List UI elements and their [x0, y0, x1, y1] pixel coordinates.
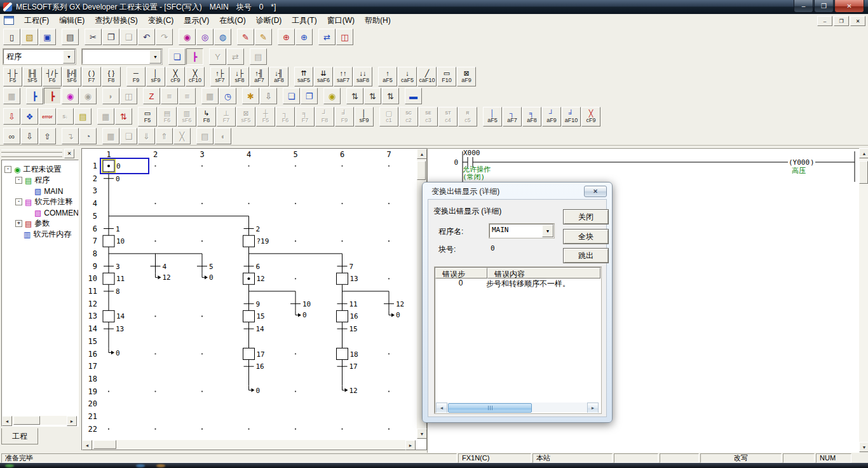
- scroll-down-icon[interactable]: ▼: [417, 429, 427, 439]
- draw-diagonal-button[interactable]: ╱caF10: [417, 67, 437, 86]
- cut-button[interactable]: ✂: [85, 29, 102, 45]
- sfc-row-sort-button[interactable]: ⇅: [115, 108, 132, 125]
- collapse-icon[interactable]: -: [15, 198, 22, 205]
- panel-grip[interactable]: [1, 149, 62, 157]
- mdi-restore-button[interactable]: ❐: [834, 16, 849, 26]
- sfc-step-12[interactable]: 12: [243, 273, 265, 284]
- rising-pulse-button[interactable]: ↑├sF7: [210, 67, 229, 86]
- scroll-right-icon[interactable]: ►: [405, 440, 416, 450]
- pc-monitor-button[interactable]: ◫: [336, 29, 353, 45]
- parallel-rising-pulse-closed-button[interactable]: ↑↑saF7: [334, 67, 353, 86]
- block-parameter-button[interactable]: ▤: [74, 108, 92, 125]
- comment-search-button[interactable]: ◉: [323, 88, 341, 104]
- menu-item-2[interactable]: 编辑(E): [54, 14, 90, 27]
- error-content-header[interactable]: 错误内容: [487, 268, 600, 279]
- error-step-header[interactable]: 错误步: [435, 268, 487, 279]
- sfc-jump-button[interactable]: ↳F8: [197, 107, 216, 127]
- zoom-out-button[interactable]: ⊕: [295, 29, 313, 45]
- draw-horizontal-button[interactable]: ▭F10: [437, 67, 456, 86]
- row-insert-button[interactable]: ⇅: [346, 88, 363, 104]
- sfc-draw-simultaneous-convergence-button[interactable]: ╛aF10: [562, 107, 581, 127]
- collapse-icon[interactable]: -: [15, 177, 22, 184]
- mdi-child-icon[interactable]: [4, 16, 14, 25]
- open-project-button[interactable]: ▧: [21, 29, 38, 45]
- scrollbar-track[interactable]: [532, 403, 587, 412]
- tree-item-COMMENT[interactable]: ▧COMMENT: [2, 207, 78, 218]
- scroll-left-icon[interactable]: ◄: [82, 440, 92, 450]
- dialog-close-action-button[interactable]: 关闭: [563, 209, 609, 224]
- cross-reference-button[interactable]: ◔: [79, 128, 97, 144]
- step-attribute-button[interactable]: ⇩: [3, 108, 20, 125]
- sfc-transition-13[interactable]: 13: [104, 325, 124, 333]
- scrollbar-track[interactable]: [92, 440, 405, 450]
- sfc-draw-vertical-button[interactable]: │aF5: [483, 107, 502, 127]
- minimize-button[interactable]: –: [794, 0, 813, 13]
- restore-button[interactable]: ❐: [814, 0, 834, 13]
- comment-navigation-button[interactable]: ❏: [168, 48, 186, 65]
- sfc-step-13[interactable]: 13: [337, 273, 358, 284]
- error-row[interactable]: 0步号和转移顺序不一样。: [435, 279, 600, 289]
- delete-horizontal-line-button[interactable]: ╳cF9: [166, 67, 185, 86]
- open-contact-button[interactable]: ┤├F5: [3, 67, 22, 86]
- sfc-transition-1[interactable]: 1: [104, 225, 120, 233]
- monitor-clock-button[interactable]: ◷: [219, 88, 236, 104]
- sfc-jump-to-0[interactable]: 0: [202, 273, 214, 282]
- sfc-transition-14[interactable]: 14: [244, 325, 265, 333]
- application-instruction-button[interactable]: { }F8: [102, 67, 121, 86]
- step-execution-button[interactable]: ⇩: [260, 88, 277, 104]
- program-convert-button[interactable]: Z: [143, 88, 160, 104]
- project-data-list-button[interactable]: ┣: [186, 48, 203, 65]
- ladder-vscrollbar[interactable]: ▲▼: [859, 148, 868, 452]
- sfc-transition-3[interactable]: 3: [104, 263, 120, 271]
- sfc-transition-5[interactable]: 5: [197, 263, 214, 271]
- sfc-step-17[interactable]: 17: [243, 348, 265, 360]
- menu-item-8[interactable]: 工具(T): [287, 14, 322, 27]
- menu-item-3[interactable]: 查找/替换(S): [90, 14, 142, 27]
- scroll-right-icon[interactable]: ►: [67, 416, 77, 426]
- sfc-delete-line-button[interactable]: ╳cF9: [581, 107, 600, 127]
- zoom-window-2-button[interactable]: ❐: [301, 88, 318, 104]
- sfc-jump-to-12[interactable]: 12: [342, 386, 358, 395]
- sfc-transition-0[interactable]: 0: [104, 175, 120, 183]
- dialog-program-combo[interactable]: MAIN ▼: [489, 224, 554, 238]
- scrollbar-track[interactable]: [12, 416, 67, 425]
- device-monitor-button[interactable]: ▬: [405, 88, 422, 104]
- closed-contact-button[interactable]: ┤/├F6: [43, 67, 62, 86]
- collapse-icon[interactable]: -: [4, 166, 11, 173]
- error-list-hscrollbar[interactable]: ◄ ►: [436, 403, 599, 412]
- dialog-jump-button[interactable]: 跳出: [563, 248, 609, 263]
- draw-vertical-button[interactable]: ↑aF5: [378, 67, 397, 86]
- sfc-step-button[interactable]: ▭F5: [138, 107, 157, 127]
- find-device-button[interactable]: ◉: [179, 29, 196, 45]
- parallel-closed-contact-button[interactable]: ╟/╢sF6: [62, 67, 81, 86]
- sfc-transition-15[interactable]: 15: [337, 325, 358, 333]
- scrollbar-thumb[interactable]: [417, 161, 426, 180]
- panel-close-icon[interactable]: ✕: [64, 149, 74, 158]
- project-tab[interactable]: 工程: [1, 428, 38, 444]
- sfc-step-14[interactable]: 14: [103, 310, 125, 322]
- find-instruction-button[interactable]: ◎: [196, 29, 214, 45]
- delete-vertical-line-button[interactable]: ╳cF10: [186, 67, 205, 86]
- mdi-close-button[interactable]: ✕: [850, 16, 865, 26]
- expand-icon[interactable]: +: [15, 220, 22, 227]
- copy-button[interactable]: ❐: [102, 29, 119, 45]
- menu-item-7[interactable]: 诊断(D): [251, 14, 287, 27]
- scroll-right-icon[interactable]: ►: [587, 403, 599, 413]
- find-previous-button[interactable]: ⇧: [39, 128, 56, 144]
- sfc-transition-11[interactable]: 11: [337, 300, 358, 308]
- sfc-diagram-panel[interactable]: 1234567123456789101112131415161718192021…: [81, 148, 427, 450]
- menu-item-6[interactable]: 在线(O): [214, 14, 250, 27]
- tree-item-软元件注释[interactable]: -▤软元件注释: [2, 196, 78, 207]
- program-name-combo[interactable]: ▼: [82, 49, 162, 64]
- sfc-step-15[interactable]: 15: [243, 310, 265, 322]
- falling-pulse-button[interactable]: ↓├sF8: [230, 67, 249, 86]
- horizontal-line-button[interactable]: ─F9: [126, 67, 146, 86]
- dialog-close-button[interactable]: ✕: [584, 186, 607, 197]
- scrollbar-thumb[interactable]: [93, 440, 116, 449]
- sfc-step-16[interactable]: 16: [337, 310, 358, 322]
- block-error-display-button[interactable]: error: [39, 108, 56, 125]
- find-next-button[interactable]: ⇩: [21, 128, 38, 144]
- sfc-jump-to-0[interactable]: 0: [109, 348, 120, 357]
- scrollbar-thumb[interactable]: [448, 403, 532, 413]
- project-tree-hscrollbar[interactable]: ◄►: [2, 416, 77, 425]
